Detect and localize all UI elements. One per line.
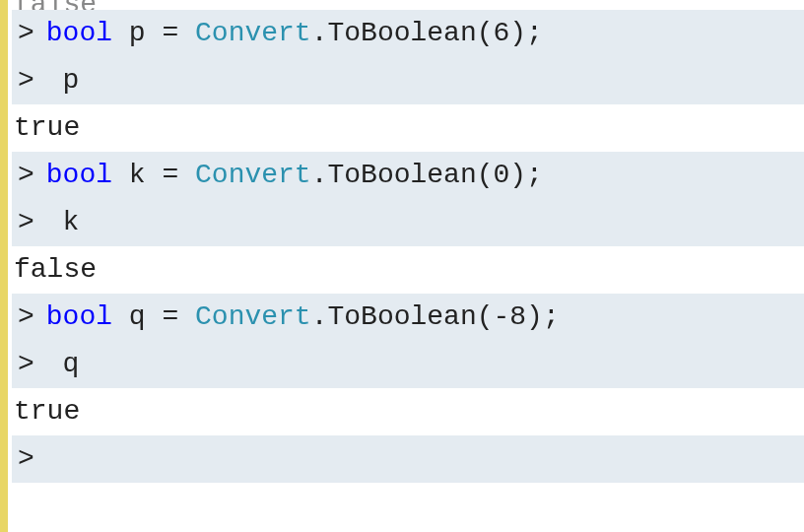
code-text: q = bbox=[112, 294, 195, 341]
output-text: false bbox=[12, 0, 97, 10]
code-text: k = bbox=[112, 152, 195, 199]
code-text: k bbox=[46, 199, 80, 246]
output-text: true bbox=[12, 388, 80, 435]
output-text: true bbox=[12, 104, 80, 152]
classname: Convert bbox=[195, 294, 311, 341]
input-line: > bool k = Convert .ToBoolean(0); bbox=[12, 152, 804, 199]
prompt-symbol: > bbox=[12, 152, 46, 199]
prompt-symbol: > bbox=[12, 294, 46, 341]
input-line: > k bbox=[12, 199, 804, 246]
output-text: false bbox=[12, 246, 97, 294]
output-line: true bbox=[12, 388, 804, 435]
input-line: > q bbox=[12, 341, 804, 388]
code-text: .ToBoolean(6); bbox=[311, 10, 543, 57]
code-text: .ToBoolean(0); bbox=[311, 152, 543, 199]
input-line: > bool p = Convert .ToBoolean(6); bbox=[12, 10, 804, 57]
prompt-symbol: > bbox=[12, 341, 46, 388]
prompt-symbol: > bbox=[12, 57, 46, 104]
code-text: q bbox=[46, 341, 80, 388]
input-line-current[interactable]: > bbox=[12, 435, 804, 483]
code-area[interactable]: false > bool p = Convert .ToBoolean(6); … bbox=[8, 0, 804, 532]
keyword: bool bbox=[46, 294, 112, 341]
input-line: > bool q = Convert .ToBoolean(-8); bbox=[12, 294, 804, 341]
margin-indicator bbox=[0, 0, 8, 532]
code-text: p bbox=[46, 57, 80, 104]
input-line: > p bbox=[12, 57, 804, 104]
output-line: false bbox=[12, 246, 804, 294]
output-line: true bbox=[12, 104, 804, 152]
prompt-symbol: > bbox=[12, 435, 46, 483]
keyword: bool bbox=[46, 10, 112, 57]
repl-container: false > bool p = Convert .ToBoolean(6); … bbox=[0, 0, 804, 532]
classname: Convert bbox=[195, 152, 311, 199]
code-text: .ToBoolean(-8); bbox=[311, 294, 560, 341]
code-text: p = bbox=[112, 10, 195, 57]
classname: Convert bbox=[195, 10, 311, 57]
prompt-symbol: > bbox=[12, 199, 46, 246]
output-line: false bbox=[12, 0, 804, 10]
prompt-symbol: > bbox=[12, 10, 46, 57]
keyword: bool bbox=[46, 152, 112, 199]
